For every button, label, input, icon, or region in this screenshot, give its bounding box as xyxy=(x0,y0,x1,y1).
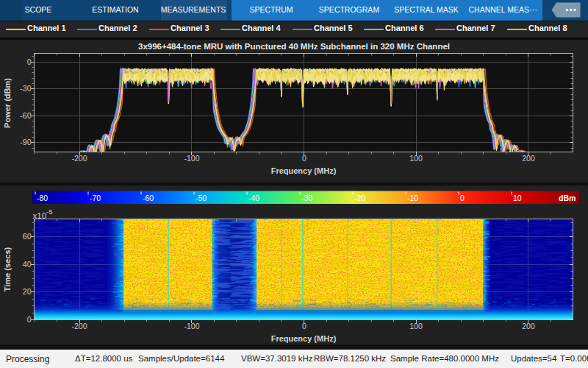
svg-text:0: 0 xyxy=(302,154,306,163)
svg-text:-90: -90 xyxy=(20,138,31,146)
svg-text:Frequency (MHz): Frequency (MHz) xyxy=(271,334,337,343)
svg-text:-200: -200 xyxy=(71,322,87,330)
svg-text:0: 0 xyxy=(302,322,306,330)
svg-text:-60: -60 xyxy=(143,194,154,202)
svg-text:-20: -20 xyxy=(354,194,365,202)
svg-text:-100: -100 xyxy=(184,322,199,330)
svg-text:-30: -30 xyxy=(301,194,312,202)
svg-text:-100: -100 xyxy=(184,154,199,163)
svg-text:-70: -70 xyxy=(90,194,101,202)
svg-text:x10-5: x10-5 xyxy=(33,208,53,220)
svg-text:dBm: dBm xyxy=(559,194,576,202)
svg-text:100: 100 xyxy=(409,322,423,330)
svg-text:-40: -40 xyxy=(248,194,259,202)
svg-text:200: 200 xyxy=(522,154,535,163)
svg-text:40: 40 xyxy=(23,260,32,269)
svg-text:-60: -60 xyxy=(20,111,31,120)
svg-text:100: 100 xyxy=(409,154,423,163)
svg-text:20: 20 xyxy=(23,287,32,296)
svg-text:60: 60 xyxy=(23,232,32,241)
svg-text:0: 0 xyxy=(460,194,465,202)
svg-text:-50: -50 xyxy=(196,194,207,202)
svg-text:0: 0 xyxy=(27,315,32,324)
svg-text:-30: -30 xyxy=(20,84,31,93)
svg-text:Power (dBm): Power (dBm) xyxy=(3,78,12,128)
svg-text:Time (secs): Time (secs) xyxy=(3,247,12,291)
svg-text:-200: -200 xyxy=(71,154,87,163)
svg-text:-80: -80 xyxy=(37,194,48,202)
svg-text:200: 200 xyxy=(522,322,535,330)
svg-text:Frequency (MHz): Frequency (MHz) xyxy=(271,166,337,175)
svg-text:-10: -10 xyxy=(407,194,418,202)
svg-text:0: 0 xyxy=(27,57,32,66)
svg-text:10: 10 xyxy=(513,194,522,202)
